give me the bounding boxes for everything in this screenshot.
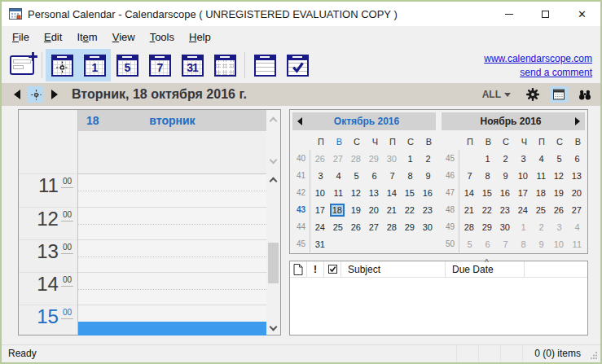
mini-calendar-toggle-button[interactable] <box>550 86 568 103</box>
day-cell[interactable]: 16 <box>418 184 436 201</box>
day-cell[interactable]: 1 <box>477 150 495 167</box>
day-cell[interactable]: 26 <box>310 150 328 167</box>
day-cell[interactable]: 9 <box>418 167 436 184</box>
menu-edit[interactable]: Edit <box>37 29 69 46</box>
day-cell[interactable]: 14 <box>382 184 400 201</box>
time-row-14[interactable] <box>78 272 266 305</box>
maximize-button[interactable] <box>527 2 564 26</box>
month-view-button[interactable]: 31 <box>176 49 209 81</box>
day-cell[interactable]: 7 <box>495 235 513 252</box>
menu-item[interactable]: Item <box>69 29 104 46</box>
next-month-icon[interactable] <box>575 117 580 125</box>
day-cell[interactable]: 10 <box>549 235 567 252</box>
day-cell[interactable]: 29 <box>400 218 418 235</box>
options-button[interactable] <box>524 86 542 103</box>
day-view-scrollbar[interactable] <box>266 110 280 335</box>
minimize-button[interactable] <box>490 2 527 26</box>
day-cell[interactable]: 9 <box>531 235 549 252</box>
next-day-button[interactable] <box>46 86 64 103</box>
day-cell[interactable]: 21 <box>459 201 477 218</box>
day-cell[interactable]: 30 <box>495 218 513 235</box>
selected-time-slot[interactable] <box>78 322 266 335</box>
day-cell[interactable]: 5 <box>346 167 364 184</box>
day-cell[interactable]: 13 <box>567 167 585 184</box>
menu-file[interactable]: File <box>5 29 37 46</box>
day-cell[interactable]: 8 <box>400 167 418 184</box>
day-cell[interactable]: 29 <box>477 218 495 235</box>
day-cell[interactable]: 20 <box>364 201 382 218</box>
day-cell[interactable]: 18 <box>328 201 346 218</box>
time-grid[interactable] <box>77 173 266 335</box>
year-view-button[interactable] <box>209 49 241 81</box>
send-comment-link[interactable]: send a comment <box>520 67 592 78</box>
day-cell[interactable]: 30 <box>382 150 400 167</box>
day-cell[interactable]: 8 <box>513 235 531 252</box>
menu-help[interactable]: Help <box>182 29 218 46</box>
day-cell[interactable]: 3 <box>549 218 567 235</box>
day-cell[interactable]: 6 <box>477 235 495 252</box>
day-cell[interactable]: 17 <box>310 201 328 218</box>
day-cell[interactable]: 14 <box>459 184 477 201</box>
day-cell[interactable]: 29 <box>364 150 382 167</box>
day-cell[interactable]: 15 <box>400 184 418 201</box>
day-cell[interactable]: 6 <box>567 150 585 167</box>
task-col-due-date[interactable]: ^ Due Date <box>446 261 525 277</box>
scroll-up-icon[interactable] <box>270 178 278 186</box>
scroll-down-icon[interactable] <box>270 156 278 164</box>
day-cell[interactable]: 12 <box>549 167 567 184</box>
day-cell[interactable]: 12 <box>346 184 364 201</box>
day-cell[interactable]: 25 <box>328 218 346 235</box>
scrollbar-thumb[interactable] <box>268 243 279 283</box>
day-cell[interactable]: 2 <box>495 150 513 167</box>
day-cell[interactable]: 20 <box>567 184 585 201</box>
day-cell[interactable]: 26 <box>346 218 364 235</box>
task-col-subject[interactable]: Subject <box>341 261 446 277</box>
time-row-13[interactable] <box>78 239 266 272</box>
day-cell[interactable]: 5 <box>459 235 477 252</box>
day-cell[interactable]: 27 <box>328 150 346 167</box>
day-cell[interactable]: 27 <box>567 201 585 218</box>
day-cell[interactable]: 3 <box>513 150 531 167</box>
day-cell[interactable]: 22 <box>477 201 495 218</box>
task-col-complete[interactable] <box>324 261 341 277</box>
go-to-date-button[interactable] <box>46 49 78 81</box>
scroll-up-icon[interactable] <box>270 117 278 125</box>
website-link[interactable]: www.calendarscope.com <box>484 53 592 64</box>
day-cell[interactable]: 17 <box>513 184 531 201</box>
day-cell[interactable]: 2 <box>531 218 549 235</box>
day-cell[interactable]: 24 <box>513 201 531 218</box>
day-view-button[interactable]: 1 <box>78 49 111 81</box>
go-to-today-button[interactable] <box>28 86 44 103</box>
time-row-12[interactable] <box>78 207 266 239</box>
time-row-15[interactable] <box>78 305 266 337</box>
day-cell[interactable]: 6 <box>364 167 382 184</box>
day-cell[interactable]: 23 <box>418 201 436 218</box>
day-cell[interactable]: 21 <box>382 201 400 218</box>
day-cell[interactable]: 22 <box>400 201 418 218</box>
day-cell[interactable]: 23 <box>495 201 513 218</box>
find-button[interactable] <box>576 86 594 103</box>
day-cell[interactable]: 8 <box>477 167 495 184</box>
day-cell[interactable]: 5 <box>549 150 567 167</box>
day-cell[interactable]: 13 <box>364 184 382 201</box>
day-cell[interactable]: 11 <box>531 167 549 184</box>
day-cell[interactable]: 10 <box>513 167 531 184</box>
day-cell[interactable]: 19 <box>346 201 364 218</box>
new-item-button[interactable] <box>6 49 38 81</box>
day-cell[interactable]: 25 <box>531 201 549 218</box>
task-col-priority[interactable]: ! <box>307 261 324 277</box>
resize-grip[interactable] <box>587 345 600 362</box>
day-cell[interactable]: 28 <box>346 150 364 167</box>
day-cell[interactable]: 24 <box>310 218 328 235</box>
day-cell[interactable]: 27 <box>364 218 382 235</box>
day-cell[interactable]: 30 <box>418 218 436 235</box>
close-button[interactable]: ✕ <box>564 2 600 26</box>
day-cell[interactable]: 26 <box>549 201 567 218</box>
day-cell[interactable]: 7 <box>459 167 477 184</box>
task-col-type[interactable] <box>290 261 307 277</box>
menu-tools[interactable]: Tools <box>143 29 182 46</box>
week-view-button[interactable]: 7 <box>143 49 176 81</box>
day-cell[interactable]: 9 <box>495 167 513 184</box>
day-cell[interactable]: 4 <box>567 218 585 235</box>
menu-view[interactable]: View <box>105 29 143 46</box>
